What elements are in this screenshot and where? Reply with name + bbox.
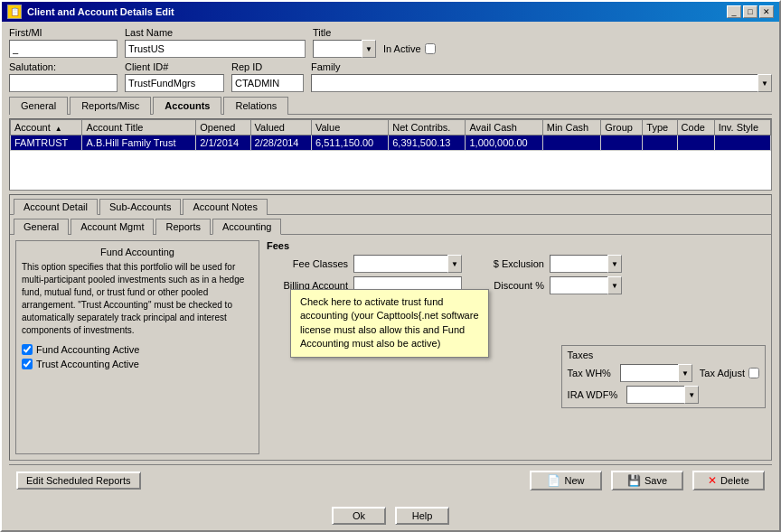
title-buttons: _ □ ✕ — [727, 5, 774, 18]
col-valued[interactable]: Valued — [250, 120, 311, 135]
tab-relations[interactable]: Relations — [223, 97, 288, 115]
col-code[interactable]: Code — [677, 120, 714, 135]
tab-general[interactable]: General — [9, 97, 68, 115]
fund-accounting-active-label: Fund Accounting Active — [36, 344, 139, 355]
cell-opened: 2/1/2014 — [196, 135, 250, 151]
bottom-buttons-row: Edit Scheduled Reports 📄 New 💾 Save ✕ De… — [9, 464, 772, 496]
cell-valued: 2/28/2014 — [250, 135, 311, 151]
salutation-group: Salutation: — [9, 61, 118, 92]
inactive-checkbox[interactable] — [425, 43, 436, 54]
fee-classes-select[interactable] — [353, 255, 462, 273]
cell-net-contribs: 6,391,500.13 — [389, 135, 466, 151]
tab-sub-general[interactable]: General — [14, 219, 69, 235]
tab-reports[interactable]: Reports — [155, 219, 211, 235]
help-button[interactable]: Help — [395, 507, 449, 525]
ira-wdf-label: IRA WDF% — [568, 389, 618, 400]
sort-arrow-account: ▲ — [55, 125, 62, 133]
rep-id-label: Rep ID — [231, 61, 304, 72]
col-value[interactable]: Value — [311, 120, 388, 135]
tab-account-notes[interactable]: Account Notes — [183, 199, 268, 215]
tax-adjust-checkbox[interactable] — [748, 368, 759, 378]
last-name-input[interactable] — [125, 40, 306, 58]
col-net-contribs[interactable]: Net Contribs. — [389, 120, 466, 135]
tab-accounting[interactable]: Accounting — [212, 219, 281, 235]
col-group[interactable]: Group — [601, 120, 643, 135]
exclusion-select[interactable] — [550, 255, 622, 273]
exclusion-label: $ Exclusion — [476, 258, 544, 269]
col-title[interactable]: Account Title — [82, 120, 196, 135]
taxes-box: Taxes Tax WH% ▼ Tax Adjust — [561, 345, 766, 408]
col-min-cash[interactable]: Min Cash — [542, 120, 601, 135]
tab-sub-accounts[interactable]: Sub-Accounts — [99, 199, 181, 215]
col-type[interactable]: Type — [643, 120, 677, 135]
cell-group — [601, 135, 643, 151]
delete-label: Delete — [720, 475, 749, 486]
col-avail-cash[interactable]: Avail Cash — [466, 120, 542, 135]
close-button[interactable]: ✕ — [759, 5, 774, 18]
family-select[interactable] — [311, 74, 772, 92]
first-mi-input[interactable]: _ — [9, 40, 118, 58]
tooltip-text: Check here to activate trust fund accoun… — [300, 296, 479, 349]
table-row[interactable]: FAMTRUST A.B.Hill Family Trust 2/1/2014 … — [11, 135, 771, 151]
new-button[interactable]: 📄 New — [530, 471, 602, 490]
title-select[interactable] — [313, 40, 376, 58]
tooltip-box: Check here to activate trust fund accoun… — [290, 289, 489, 358]
main-window: 📋 Client and Account Details Edit _ □ ✕ … — [0, 0, 781, 532]
tax-adjust-row: Tax Adjust — [700, 368, 759, 378]
delete-button[interactable]: ✕ Delete — [692, 471, 765, 490]
salutation-label: Salutation: — [9, 61, 118, 72]
discount-select[interactable] — [550, 276, 622, 294]
tab-account-mgmt[interactable]: Account Mgmt — [71, 219, 154, 235]
new-icon: 📄 — [547, 474, 560, 487]
title-bar: 📋 Client and Account Details Edit _ □ ✕ — [2, 2, 779, 22]
fees-right: $ Exclusion ▼ Discount % ▼ — [476, 255, 622, 338]
tab-accounts[interactable]: Accounts — [153, 97, 221, 115]
edit-scheduled-reports-button[interactable]: Edit Scheduled Reports — [16, 471, 141, 490]
cell-avail-cash: 1,000,000.00 — [466, 135, 542, 151]
salutation-input[interactable] — [9, 74, 118, 92]
cell-inv-style — [714, 135, 770, 151]
ok-help-row: Ok Help — [2, 501, 779, 530]
fund-accounting-title: Fund Accounting — [22, 247, 253, 257]
fund-accounting-checkbox[interactable] — [22, 344, 33, 355]
family-label: Family — [311, 61, 772, 72]
tab-reports-misc[interactable]: Reports/Misc — [70, 97, 151, 115]
minimize-button[interactable]: _ — [727, 5, 741, 18]
tab-account-detail[interactable]: Account Detail — [14, 199, 98, 215]
col-opened[interactable]: Opened — [196, 120, 250, 135]
ok-button[interactable]: Ok — [332, 507, 386, 525]
accounting-content: Fund Accounting This option specifies th… — [10, 235, 771, 460]
col-inv-style[interactable]: Inv. Style — [714, 120, 770, 135]
trust-accounting-active-label: Trust Accounting Active — [36, 359, 139, 369]
title-label: Title — [313, 27, 376, 38]
first-mi-label: First/MI — [9, 27, 118, 38]
maximize-button[interactable]: □ — [743, 5, 757, 18]
tax-wh-select[interactable] — [620, 364, 692, 382]
rep-id-input[interactable] — [231, 74, 304, 92]
cell-code — [677, 135, 714, 151]
client-id-label: Client ID# — [125, 61, 224, 72]
fees-title: Fees — [267, 240, 766, 251]
cell-value: 6,511,150.00 — [311, 135, 388, 151]
taxes-row: Tax WH% ▼ Tax Adjust — [568, 364, 759, 382]
id-group: Client ID# Rep ID — [125, 61, 304, 92]
trust-accounting-checkbox[interactable] — [22, 359, 33, 369]
client-id-input[interactable] — [125, 74, 224, 92]
account-detail-section: Account Detail Sub-Accounts Account Note… — [9, 194, 772, 461]
cell-min-cash — [542, 135, 601, 151]
save-button[interactable]: 💾 Save — [611, 471, 683, 490]
main-tabs: General Reports/Misc Accounts Relations — [9, 96, 772, 115]
tax-wh-label: Tax WH% — [568, 368, 611, 378]
sub-tabs: General Account Mgmt Reports Accounting — [10, 215, 771, 235]
fund-accounting-box: Fund Accounting This option specifies th… — [15, 240, 259, 454]
client-row: Salutation: Client ID# Rep ID Family ▼ — [9, 61, 772, 92]
tax-adjust-label: Tax Adjust — [700, 368, 745, 378]
cell-title: A.B.Hill Family Trust — [82, 135, 196, 151]
window-icon: 📋 — [7, 5, 22, 19]
title-group: Title ▼ — [313, 27, 376, 58]
inactive-group: In Active — [383, 43, 436, 54]
col-account[interactable]: Account ▲ — [11, 120, 82, 135]
ira-wdf-select[interactable] — [626, 386, 699, 404]
save-label: Save — [645, 475, 667, 486]
taxes-title: Taxes — [568, 350, 759, 360]
